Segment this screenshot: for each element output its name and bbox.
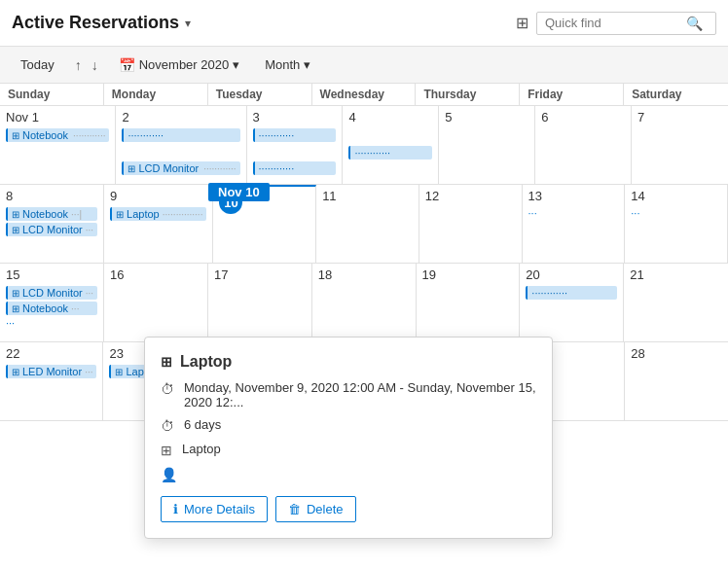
event-ledmonitor-22[interactable]: ⊞ LED Monitor ··· — [6, 365, 96, 378]
view-label: Month — [265, 57, 300, 72]
more-details-button[interactable]: ℹ More Details — [161, 496, 268, 522]
event-icon: ⊞ — [12, 225, 19, 235]
nav-up-button[interactable]: ↑ — [71, 55, 86, 75]
day-number: 22 — [6, 346, 96, 361]
popup-duration-row: ⏱ 6 days — [161, 417, 536, 434]
day-5: 5 — [439, 106, 535, 184]
event-icon: ⊞ — [12, 367, 19, 377]
event-icon: ⊞ — [116, 209, 124, 220]
day-21: 21 — [624, 264, 728, 341]
day-number: 15 — [6, 267, 97, 282]
day-header-saturday: Saturday — [624, 84, 728, 105]
person-icon: 👤 — [161, 467, 177, 482]
search-input[interactable] — [545, 16, 686, 30]
event-label: Notebook — [22, 208, 68, 220]
day-15: 15 ⊞ LCD Monitor ··· ⊞ Notebook ··· ··· — [0, 264, 104, 341]
day-number: Nov 1 — [6, 110, 109, 124]
event-icon: ⊞ — [12, 209, 19, 220]
more-details-icon: ℹ — [173, 502, 178, 516]
day-number: 6 — [541, 110, 625, 124]
day-11: 11 — [316, 185, 419, 263]
day-header-sunday: Sunday — [0, 84, 104, 105]
event-notebook-1[interactable]: ⊞ Notebook ············ — [6, 128, 109, 142]
day-20: 20 ············ — [520, 264, 624, 341]
event-lcdmonitor-4[interactable]: ············ — [348, 146, 432, 160]
day-6: 6 — [535, 106, 632, 184]
day-18: 18 — [312, 264, 417, 341]
popup-item-label: Laptop — [182, 442, 221, 456]
event-label: Notebook — [22, 129, 68, 141]
event-lcdmonitor-15[interactable]: ⊞ LCD Monitor ··· — [6, 286, 97, 300]
day-19: 19 — [417, 264, 521, 341]
event-notebook-3[interactable]: ············ — [253, 128, 337, 142]
popup-date-row: ⏱ Monday, November 9, 2020 12:00 AM - Su… — [161, 380, 536, 409]
day-number: 8 — [6, 189, 97, 203]
duration-icon: ⏱ — [161, 418, 174, 434]
event-label: LCD Monitor — [22, 224, 83, 235]
today-label: Nov 10 — [208, 183, 270, 201]
day-header-friday: Friday — [520, 84, 624, 105]
event-span-20[interactable]: ············ — [526, 286, 617, 300]
more-indicator-15[interactable]: ··· — [6, 317, 97, 329]
week-row-3: 15 ⊞ LCD Monitor ··· ⊞ Notebook ··· ··· … — [0, 264, 728, 342]
event-notebook-2[interactable]: ············ — [122, 128, 239, 142]
event-lcdmonitor-2[interactable]: ⊞ LCD Monitor ············ — [122, 161, 239, 175]
day-number: 9 — [110, 189, 206, 203]
calendar-icon: 📅 — [119, 57, 135, 73]
popup-duration: 6 days — [184, 417, 221, 432]
event-laptop-9[interactable]: ⊞ Laptop ··············· — [110, 207, 206, 221]
day-header-thursday: Thursday — [416, 84, 520, 105]
header-right: ⊞ 🔍 — [516, 12, 716, 35]
title-dropdown-icon[interactable]: ▾ — [185, 17, 191, 30]
week-row-2: 8 ⊞ Notebook ···| ⊞ LCD Monitor ··· 9 ⊞ … — [0, 185, 728, 264]
delete-button[interactable]: 🗑 Delete — [275, 496, 356, 522]
week-row-1: Nov 1 ⊞ Notebook ············ 2 ········… — [0, 106, 728, 185]
event-icon: ⊞ — [12, 130, 19, 141]
popup-item-row: ⊞ Laptop — [161, 442, 536, 458]
day-number: 11 — [322, 189, 413, 203]
nav-down-button[interactable]: ↓ — [88, 55, 102, 75]
popup-actions: ℹ More Details 🗑 Delete — [161, 496, 536, 522]
day-number: 13 — [528, 189, 619, 203]
view-selector[interactable]: Month ▾ — [256, 53, 319, 76]
event-icon: ⊞ — [127, 163, 135, 174]
date-label: November 2020 — [139, 57, 230, 72]
popup-date-range: Monday, November 9, 2020 12:00 AM - Sund… — [184, 380, 536, 409]
day-number: 2 — [122, 110, 239, 124]
event-lcdmonitor-8[interactable]: ⊞ LCD Monitor ··· — [6, 223, 97, 236]
event-label: ············ — [354, 147, 390, 159]
event-lcdmonitor-3[interactable]: ············ — [253, 161, 337, 175]
day-number: 5 — [445, 110, 528, 124]
day-7: 7 — [632, 106, 728, 184]
clock-icon: ⏱ — [161, 381, 174, 397]
event-label: ············ — [259, 129, 295, 141]
day-number: 14 — [631, 189, 721, 203]
day-number: 4 — [348, 110, 432, 124]
filter-icon[interactable]: ⊞ — [516, 14, 528, 32]
event-icon: ⊞ — [12, 288, 19, 299]
more-indicator-13[interactable]: ··· — [528, 207, 619, 219]
day-number: 28 — [631, 346, 722, 361]
day-number: 18 — [318, 267, 410, 282]
date-selector[interactable]: 📅 November 2020 ▾ — [110, 53, 249, 77]
event-notebook-15[interactable]: ⊞ Notebook ··· — [6, 302, 97, 315]
day-12: 12 — [419, 185, 523, 263]
event-popup: ⊞ Laptop ⏱ Monday, November 9, 2020 12:0… — [144, 337, 553, 539]
day-number: 3 — [253, 110, 337, 124]
day-22: 22 ⊞ LED Monitor ··· — [0, 342, 103, 420]
more-indicator-14[interactable]: ··· — [631, 207, 721, 219]
event-notebook-8[interactable]: ⊞ Notebook ···| — [6, 207, 97, 221]
day-14: 14 ··· — [625, 185, 728, 263]
day-number: 16 — [110, 267, 201, 282]
day-3: 3 ············ ············ — [247, 106, 344, 184]
day-2: 2 ············ ⊞ LCD Monitor ···········… — [116, 106, 246, 184]
event-icon: ⊞ — [115, 367, 123, 377]
today-button[interactable]: Today — [12, 53, 63, 76]
day-number: 20 — [526, 267, 617, 282]
item-icon: ⊞ — [161, 443, 172, 458]
day-number: 19 — [422, 267, 514, 282]
date-dropdown-icon: ▾ — [233, 57, 239, 72]
day-number: 12 — [425, 189, 516, 203]
app-header: Active Reservations ▾ ⊞ 🔍 — [0, 0, 728, 47]
page-title: Active Reservations — [12, 13, 179, 33]
